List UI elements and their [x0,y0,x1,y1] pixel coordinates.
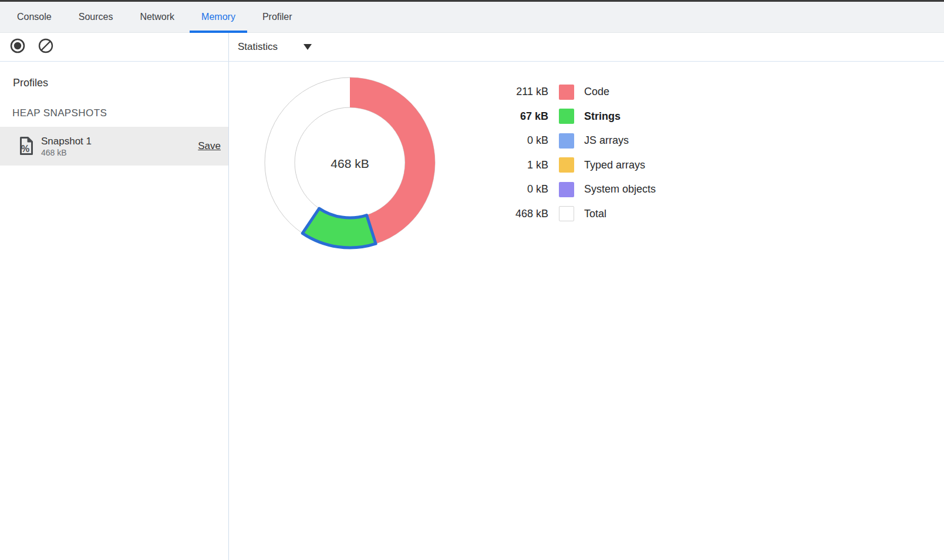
chevron-down-icon [304,44,312,50]
legend-label: Strings [584,110,621,123]
clear-slash-icon [38,38,53,56]
profiles-heading: Profiles [0,77,228,89]
typed-arrays-color-swatch [559,157,574,173]
legend-value: 211 kB [487,86,548,98]
legend-label: Total [584,208,606,220]
legend-row-js-arrays[interactable]: 0 kB JS arrays [487,129,656,153]
svg-text:%: % [21,144,29,154]
tab-memory[interactable]: Memory [190,2,247,32]
snapshot-title: Snapshot 1 [41,135,198,147]
perspective-select[interactable]: Statistics [238,41,312,53]
record-heap-snapshot-button[interactable] [10,39,25,55]
record-icon [10,38,25,56]
snapshot-info: Snapshot 1 468 kB [41,135,198,158]
donut-center-total-label: 468 kB [331,157,369,170]
view-toolbar: Statistics [229,33,944,61]
toolbar: Statistics [0,33,944,62]
legend-value: 1 kB [487,159,548,171]
js-arrays-color-swatch [559,133,574,149]
heap-snapshot-file-icon: % [18,136,35,157]
save-snapshot-link[interactable]: Save [198,140,221,152]
profiles-toolbar [0,33,229,61]
legend-label: Typed arrays [584,159,645,171]
snapshot-size: 468 kB [41,147,198,158]
tab-console[interactable]: Console [5,2,63,32]
devtools-tabbar: Console Sources Network Memory Profiler [0,2,944,33]
strings-color-swatch [559,109,574,124]
memory-donut-chart[interactable]: 468 kB [262,75,438,251]
code-color-swatch [559,85,574,100]
legend-value: 0 kB [487,183,548,195]
legend-row-strings[interactable]: 67 kB Strings [487,104,656,129]
tab-sources[interactable]: Sources [67,2,125,32]
legend-row-system-objects[interactable]: 0 kB System objects [487,177,656,202]
statistics-panel: 468 kB 211 kB Code 67 kB Strings 0 kB [229,62,944,560]
tab-network[interactable]: Network [128,2,186,32]
clear-profiles-button[interactable] [38,39,53,55]
sidebar-item-snapshot-1[interactable]: % Snapshot 1 468 kB Save [0,127,228,166]
perspective-select-value: Statistics [238,41,278,53]
profiles-sidebar: Profiles HEAP SNAPSHOTS % Snapshot 1 468… [0,62,229,560]
devtools-window: Console Sources Network Memory Profiler [0,0,944,560]
legend-label: JS arrays [584,134,629,147]
legend-value: 67 kB [487,110,548,123]
legend-row-code[interactable]: 211 kB Code [487,80,656,104]
chart-legend: 211 kB Code 67 kB Strings 0 kB JS arrays… [487,80,656,226]
legend-value: 468 kB [487,208,548,220]
legend-row-typed-arrays[interactable]: 1 kB Typed arrays [487,153,656,178]
devtools-body: Profiles HEAP SNAPSHOTS % Snapshot 1 468… [0,62,944,560]
heap-snapshots-section-heading: HEAP SNAPSHOTS [0,107,228,119]
legend-label: Code [584,86,609,98]
system-objects-color-swatch [559,182,574,197]
legend-label: System objects [584,183,656,195]
tab-profiler[interactable]: Profiler [251,2,304,32]
legend-value: 0 kB [487,134,548,147]
total-color-swatch [559,206,574,221]
legend-row-total[interactable]: 468 kB Total [487,202,656,227]
